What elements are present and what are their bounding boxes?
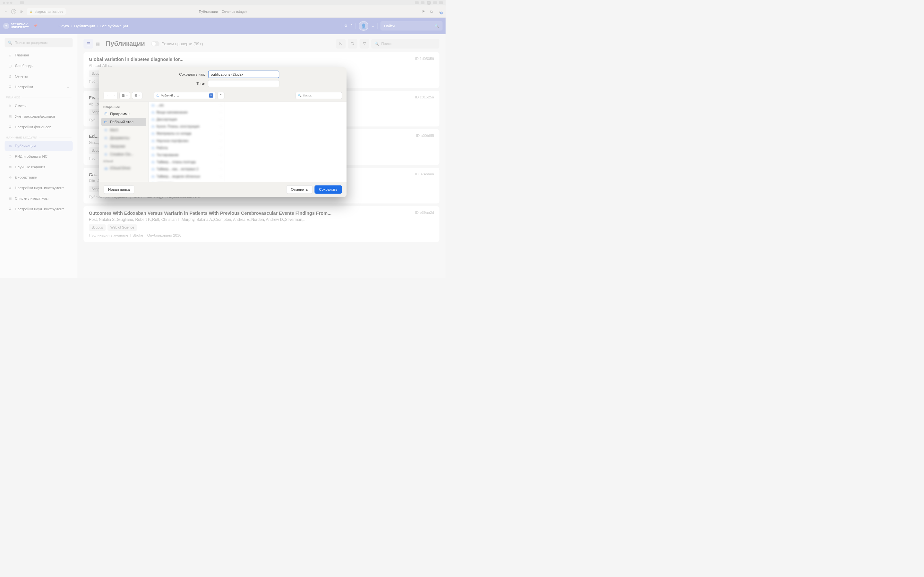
dialog-sidebar-label: blur1: [110, 128, 118, 132]
chevron-right-icon: ›: [220, 168, 221, 171]
file-name: Материалы со склада: [157, 132, 191, 136]
dialog-sidebar-item[interactable]: ●blur1: [101, 126, 146, 134]
chevron-right-icon: ›: [220, 139, 221, 142]
chevron-right-icon: ›: [220, 125, 221, 128]
chevron-right-icon: ›: [220, 175, 221, 178]
file-name: Таймер... планы полгода: [157, 160, 196, 164]
file-name: скриншоты...: [157, 181, 177, 182]
icloud-label: iCloud: [101, 158, 146, 164]
file-row[interactable]: 🗀Кухня. Планы, конструкция›: [149, 123, 224, 130]
file-name: Научное портфолио: [157, 139, 188, 143]
file-column: 🗀...etc›🗀Вещи напоминания›🗀Диссертация›🗀…: [149, 102, 224, 182]
folder-icon: 🗀: [152, 117, 155, 121]
file-row[interactable]: 🗀Материалы со склада›: [149, 130, 224, 137]
folder-icon: ●: [103, 152, 108, 156]
location-selector[interactable]: 🗀 Рабочий стол ⇅: [153, 92, 216, 99]
dialog-sidebar-label: Программы: [110, 112, 130, 116]
folder-icon: 🗀: [152, 103, 155, 107]
chevron-right-icon: ›: [220, 147, 221, 149]
folder-icon: 🗀: [103, 120, 108, 124]
file-name: Тестирование: [157, 153, 179, 157]
dialog-sidebar: Избранное ⊞Программы🗀Рабочий стол●blur1●…: [99, 102, 149, 182]
file-row[interactable]: 🗀скриншоты...›: [149, 180, 224, 182]
chevron-updown-icon: ⇅: [209, 93, 213, 98]
file-row[interactable]: 🗀Таймер... как... интервал 2›: [149, 166, 224, 173]
dialog-sidebar-item[interactable]: 🗀Рабочий стол: [101, 118, 146, 126]
file-row[interactable]: 🗀Вещи напоминания›: [149, 109, 224, 116]
dialog-search-input[interactable]: 🔍 Поиск: [296, 92, 342, 99]
dialog-sidebar-item[interactable]: ●Загрузки: [101, 142, 146, 150]
folder-icon: 🗀: [152, 181, 155, 182]
file-row[interactable]: 🗀Научное портфолио›: [149, 137, 224, 144]
folder-icon: ●: [103, 128, 108, 132]
file-name: ...etc: [157, 103, 164, 107]
favorites-label: Избранное: [101, 104, 146, 110]
back-button[interactable]: ‹: [104, 92, 111, 99]
file-row[interactable]: 🗀...etc›: [149, 102, 224, 109]
chevron-right-icon: ›: [220, 111, 221, 114]
folder-icon: ⊞: [103, 112, 108, 116]
chevron-right-icon: ›: [220, 132, 221, 135]
file-name: Кухня. Планы, конструкция: [157, 125, 200, 129]
folder-icon: ●: [103, 136, 108, 140]
dialog-sidebar-label: Creative Clo...: [110, 152, 134, 156]
folder-icon: 🗀: [152, 139, 155, 143]
dialog-sidebar-label: iCloud Drive: [110, 166, 130, 171]
file-name: Таймер... модели облачных: [157, 174, 200, 179]
cancel-button[interactable]: Отменить: [286, 185, 312, 193]
file-row[interactable]: 🗀Диссертация›: [149, 116, 224, 123]
save-button[interactable]: Сохранить: [314, 185, 342, 193]
chevron-right-icon: ›: [220, 104, 221, 107]
folder-icon: 🗀: [152, 167, 155, 171]
search-icon: 🔍: [298, 93, 302, 97]
file-name: Работа: [157, 146, 168, 150]
folder-icon: 🗀: [152, 153, 155, 157]
dialog-sidebar-label: Рабочий стол: [110, 120, 134, 124]
view-columns-button[interactable]: ▥ ⌄: [120, 92, 130, 99]
folder-icon: ●: [103, 144, 108, 148]
dialog-sidebar-label: Загрузки: [110, 144, 125, 148]
file-name: Таймер... как... интервал 2: [157, 167, 199, 171]
file-row[interactable]: 🗀Таймер... модели облачных›: [149, 173, 224, 180]
folder-icon: 🗀: [156, 93, 160, 98]
file-row[interactable]: 🗀Работа›: [149, 144, 224, 151]
folder-icon: 🗀: [152, 174, 155, 179]
chevron-right-icon: ›: [220, 161, 221, 163]
save-dialog: Сохранить как: Теги: ‹ › ▥ ⌄ ⊞ ⌄ 🗀 Рабоч…: [99, 67, 347, 197]
location-label: Рабочий стол: [161, 93, 180, 97]
folder-icon: 🗀: [152, 146, 155, 150]
dialog-sidebar-item[interactable]: ●Документы: [101, 134, 146, 142]
view-options-button[interactable]: ⊞ ⌄: [132, 92, 142, 99]
file-name: Вещи напоминания: [157, 110, 187, 114]
tags-label: Теги:: [166, 81, 205, 86]
chevron-right-icon: ›: [220, 118, 221, 121]
nav-arrows: ‹ ›: [103, 92, 118, 99]
cloud-icon: ☁: [103, 166, 108, 171]
folder-icon: 🗀: [152, 160, 155, 164]
file-row[interactable]: 🗀Тестирование›: [149, 152, 224, 159]
folder-icon: 🗀: [152, 110, 155, 114]
forward-button[interactable]: ›: [111, 92, 118, 99]
dialog-sidebar-item[interactable]: ☁iCloud Drive: [101, 164, 146, 172]
folder-icon: 🗀: [152, 125, 155, 129]
file-name: Диссертация: [157, 117, 177, 121]
new-folder-button[interactable]: Новая папка: [103, 185, 134, 193]
tags-input[interactable]: [208, 80, 279, 87]
dialog-sidebar-item[interactable]: ●Creative Clo...: [101, 150, 146, 158]
dialog-sidebar-item[interactable]: ⊞Программы: [101, 110, 146, 118]
preview-pane: [224, 102, 347, 182]
folder-icon: 🗀: [152, 132, 155, 136]
file-row[interactable]: 🗀Таймер... планы полгода›: [149, 159, 224, 166]
chevron-right-icon: ›: [220, 153, 221, 156]
save-as-label: Сохранить как:: [166, 72, 205, 77]
dialog-sidebar-label: Документы: [110, 136, 129, 140]
filename-input[interactable]: [208, 71, 279, 78]
collapse-button[interactable]: ⌃: [218, 92, 224, 99]
